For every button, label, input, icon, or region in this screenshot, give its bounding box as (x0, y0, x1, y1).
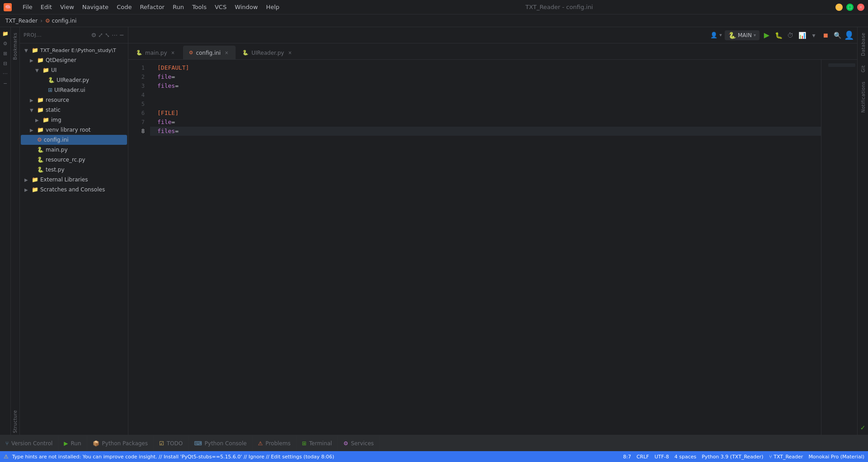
bottom-tab-label: Version Control (11, 440, 52, 447)
toolbar: 👤 ▾ 🐍 MAIN ▾ ▶ 🐛 ⏱ 📊 ▾ ⏹ 🔍 👤 (128, 27, 857, 43)
bottom-tab-todo[interactable]: ☑ TODO (154, 435, 189, 451)
tree-item-resource-rc-py[interactable]: ▶ 🐍 resource_rc.py (21, 155, 127, 165)
breadcrumb-root[interactable]: TXT_Reader (5, 18, 38, 24)
tree-item-config-ini[interactable]: ▶ ⚙ config.ini (21, 135, 127, 145)
user-icon[interactable]: 👤 ▾ (710, 32, 722, 38)
theme-name[interactable]: Monokai Pro (Material) (808, 454, 864, 460)
debug-button[interactable]: 🐛 (774, 31, 783, 40)
bottom-tab-services[interactable]: ⚙ Services (338, 435, 379, 451)
tab-config-ini[interactable]: ⚙ config.ini × (183, 46, 236, 59)
tab-close-main[interactable]: × (170, 50, 176, 56)
stop-button[interactable]: ⏹ (821, 31, 830, 40)
bookmarks-label[interactable]: Bookmarks (13, 33, 18, 60)
menu-run[interactable]: Run (169, 2, 188, 12)
tree-item-static[interactable]: ▼ 📁 static (21, 105, 127, 115)
menu-bar: File Edit View Navigate Code Refactor Ru… (19, 2, 283, 12)
check-icon[interactable]: ✓ (860, 424, 866, 431)
coverage-button[interactable]: ⏱ (786, 31, 795, 40)
tree-item-uireader-ui[interactable]: ▶ ⊞ UIReader.ui (21, 85, 127, 95)
tree-item-ext-libs[interactable]: ▶ 📁 External Libraries (21, 175, 127, 185)
collapse-icon[interactable]: ⊟ (1, 59, 10, 68)
menu-navigate[interactable]: Navigate (79, 2, 112, 12)
tree-arrow: ▶ (24, 177, 30, 182)
menu-code[interactable]: Code (113, 2, 135, 12)
tree-arrow: ▼ (35, 68, 41, 73)
bottom-tab-version-control[interactable]: ⑂ Version Control (0, 435, 58, 451)
notifications-panel-icon[interactable]: Notifications (859, 78, 868, 116)
ui-icon: ⊞ (48, 87, 52, 93)
tree-item-root[interactable]: ▼ 📁 TXT_Reader E:\Python_study\T (21, 45, 127, 55)
tree-item-uireader-py[interactable]: ▶ 🐍 UIReader.py (21, 75, 127, 85)
tree-item-img[interactable]: ▶ 📁 img (21, 115, 127, 125)
tree-expand-icon[interactable]: ⤢ (98, 32, 103, 38)
tree-item-resource[interactable]: ▶ 📁 resource (21, 95, 127, 105)
tree-close-icon[interactable]: − (119, 32, 124, 38)
line-num-5: 5 (142, 100, 145, 109)
menu-tools[interactable]: Tools (189, 2, 210, 12)
tab-label: UIReader.py (251, 50, 284, 56)
menu-window[interactable]: Window (231, 2, 261, 12)
menu-edit[interactable]: Edit (37, 2, 56, 12)
tree-item-main-py[interactable]: ▶ 🐍 main.py (21, 145, 127, 155)
git-panel-icon[interactable]: Git (859, 62, 868, 76)
indent[interactable]: 4 spaces (675, 454, 697, 460)
tree-item-ui[interactable]: ▼ 📁 UI (21, 65, 127, 75)
menu-refactor[interactable]: Refactor (136, 2, 168, 12)
tree-collapse-icon[interactable]: ⤡ (105, 32, 110, 38)
tree-settings-icon[interactable]: ⚙ (91, 32, 96, 38)
bottom-tab-problems[interactable]: ⚠ Problems (253, 435, 297, 451)
tab-close-uireader[interactable]: × (287, 50, 293, 56)
database-panel-icon[interactable]: Database (859, 29, 868, 60)
cursor-position[interactable]: 8:7 (623, 454, 631, 460)
tree-item-test-py[interactable]: ▶ 🐍 test.py (21, 165, 127, 175)
editor-area: 👤 ▾ 🐍 MAIN ▾ ▶ 🐛 ⏱ 📊 ▾ ⏹ 🔍 👤 (128, 27, 857, 435)
minimize-button[interactable]: − (835, 4, 843, 11)
user-profile-button[interactable]: 👤 (844, 31, 854, 40)
python-interpreter[interactable]: 🐍 MAIN ▾ (725, 30, 760, 40)
status-warning-text[interactable]: Type hints are not installed: You can im… (12, 454, 335, 460)
interpreter[interactable]: Python 3.9 (TXT_Reader) (702, 454, 763, 460)
settings-icon[interactable]: ⚙ (1, 39, 10, 48)
tree-item-qtdesigner[interactable]: ▶ 📁 QtDesigner (21, 55, 127, 65)
tree-item-venv[interactable]: ▶ 📁 venv library root (21, 125, 127, 135)
line-numbers: 1 2 3 4 5 6 7 8 (128, 60, 150, 435)
menu-help[interactable]: Help (262, 2, 283, 12)
tree-item-scratches[interactable]: ▶ 📁 Scratches and Consoles (21, 185, 127, 195)
menu-file[interactable]: File (19, 2, 36, 12)
py-icon: 🐍 (37, 167, 44, 173)
code-line-3: files= (157, 81, 814, 90)
bottom-tab-python-console[interactable]: ⌨ Python Console (189, 435, 252, 451)
profile-button[interactable]: 📊 (797, 31, 807, 40)
tab-main-py[interactable]: 🐍 main.py × (130, 46, 182, 59)
tree-label: resource_rc.py (46, 157, 85, 163)
file-tree-header: Proj... ⚙ ⤢ ⤡ ⋯ − (20, 27, 128, 43)
close-panel-icon[interactable]: − (1, 79, 10, 88)
py-icon: 🐍 (37, 147, 44, 153)
close-button[interactable]: × (857, 4, 864, 11)
menu-dots-icon[interactable]: ⋯ (1, 69, 10, 78)
run-button[interactable]: ▶ (762, 31, 771, 40)
folder-icon: 📁 (32, 176, 38, 183)
bottom-tab-python-packages[interactable]: 📦 Python Packages (87, 435, 154, 451)
python-packages-icon: 📦 (93, 440, 99, 447)
structure-label[interactable]: Structure (13, 410, 18, 433)
bottom-tab-terminal[interactable]: ⊞ Terminal (297, 435, 338, 451)
breadcrumb-file[interactable]: ⚙ config.ini (45, 18, 76, 24)
code-area[interactable]: [DEFAULT] file= files= [FILE] file= file… (150, 60, 821, 435)
tree-dots-icon[interactable]: ⋯ (112, 32, 118, 38)
tab-uireader-py[interactable]: 🐍 UIReader.py × (236, 46, 299, 59)
menu-vcs[interactable]: VCS (211, 2, 230, 12)
maximize-button[interactable]: □ (846, 4, 854, 11)
project-icon[interactable]: 📁 (1, 29, 10, 38)
tab-close-config[interactable]: × (223, 50, 230, 56)
encoding[interactable]: UTF-8 (655, 454, 669, 460)
search-everywhere-button[interactable]: 🔍 (833, 31, 842, 40)
menu-view[interactable]: View (57, 2, 78, 12)
vcs-branch[interactable]: ⑂ TXT_Reader (769, 454, 803, 460)
code-line-5 (157, 100, 814, 109)
line-ending[interactable]: CRLF (637, 454, 649, 460)
more-run-icon[interactable]: ▾ (809, 31, 818, 40)
expand-icon[interactable]: ⊞ (1, 49, 10, 58)
python-console-icon: ⌨ (194, 440, 202, 447)
bottom-tab-run[interactable]: ▶ Run (58, 435, 87, 451)
